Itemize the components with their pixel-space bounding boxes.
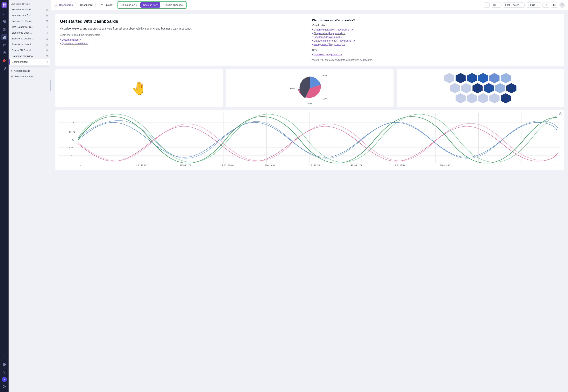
links-list: Documentation ↗ Dynatrace University ↗ xyxy=(60,38,307,45)
sidebar-item-grid-icon: ⊞ xyxy=(46,43,48,46)
visualization-links-list: Graph visualization (Playground) ↗ Singl… xyxy=(312,28,559,46)
viz-link-bar[interactable]: Categorical bar chart (Playground) ↗ xyxy=(314,39,355,42)
settings-nav-icon[interactable] xyxy=(1,50,7,56)
upload-button[interactable]: Upload xyxy=(98,2,115,8)
sidebar-item-getting-started[interactable]: Getting started ⊞ xyxy=(9,59,50,65)
sidebar-item-oracle[interactable]: Oracle DB Overvi... ⊞ xyxy=(9,47,50,53)
sidebar-item-salesforce-user[interactable]: Salesforce User A... ⊞ xyxy=(9,42,50,47)
svg-point-27 xyxy=(554,5,555,5)
wave-chart-svg: 1 0.5 0 -0.5 -1 12 PM Feb 3 xyxy=(58,113,561,167)
svg-text:-0.5: -0.5 xyxy=(66,146,74,149)
right-col: Want to see what's possible? Visualizati… xyxy=(312,19,559,61)
add-dashboard-button[interactable]: + Dashboard xyxy=(75,2,95,8)
save-as-new-button[interactable]: Save as new xyxy=(140,2,160,8)
settings-icon xyxy=(553,4,556,6)
pie-label-20-bot: 20% xyxy=(308,102,312,105)
chevrons-icon[interactable] xyxy=(1,353,7,360)
time-range-button[interactable]: Last 2 hours xyxy=(503,2,525,8)
pro-tip: Pro-tip: You can copy and paste tiles be… xyxy=(312,59,559,61)
sidebar-ready-made[interactable]: ⊞ Ready-made das... xyxy=(9,74,51,79)
svg-rect-11 xyxy=(4,38,5,39)
other-label: Other xyxy=(312,49,559,52)
hex-2-2 xyxy=(467,93,477,103)
sidebar-item-grid-icon: ⊞ xyxy=(46,55,48,58)
grid-nav-icon[interactable] xyxy=(1,19,7,25)
breadcrumb: Dashboards xyxy=(55,3,73,7)
help-button[interactable]: ? xyxy=(559,2,565,8)
svg-text:-1: -1 xyxy=(69,154,73,157)
sidebar-all-dashboards[interactable]: ≡ All dashboards xyxy=(9,68,51,74)
sidebar-item-salesforce-data[interactable]: Salesforce Data I... ⊞ xyxy=(9,30,50,36)
svg-rect-1 xyxy=(4,3,6,5)
sidebar-item-ibm[interactable]: IBM Datapower O... ⊞ xyxy=(9,24,50,30)
honeycomb-tile xyxy=(397,69,564,107)
monitor-nav-icon[interactable] xyxy=(1,65,7,71)
svg-rect-12 xyxy=(3,38,4,39)
sidebar-item-infra[interactable]: Infrastructure Ob... ⊞ xyxy=(9,13,50,18)
reload-button[interactable] xyxy=(542,2,549,8)
svg-text:→: → xyxy=(553,164,559,167)
sidebar-item-k8s-cluster[interactable]: Kubernetes Cluster ⊞ xyxy=(9,18,50,24)
read-only-button[interactable]: Read-only xyxy=(119,2,139,8)
svg-rect-17 xyxy=(55,4,56,5)
svg-rect-7 xyxy=(3,22,4,23)
alert-nav-icon[interactable] xyxy=(1,57,7,64)
two-col-layout: Get started with Dashboards Visualize, e… xyxy=(60,19,559,61)
discard-changes-button[interactable]: Discard changes xyxy=(161,2,185,8)
puzzle-nav-icon[interactable] xyxy=(1,42,7,48)
viz-link-honeycomb[interactable]: Honeycomb (Playground) ↗ xyxy=(314,43,345,46)
toolbar-group: Save your changes as a new dashboard Rea… xyxy=(118,1,187,9)
pie-label-20-right: 20% xyxy=(323,98,327,100)
svg-point-13 xyxy=(4,53,5,53)
dashboards-link[interactable]: Dashboards xyxy=(59,3,73,6)
sidebar-item-k8s-node[interactable]: Kubernetes Node ... ⊞ xyxy=(9,7,50,13)
svg-text:0.5: 0.5 xyxy=(69,131,75,133)
analytics-icon[interactable] xyxy=(1,369,7,375)
docs-link[interactable]: Documentation ↗ xyxy=(61,38,81,41)
reload-icon xyxy=(544,4,547,6)
eye-icon xyxy=(121,4,124,6)
layers-nav-icon[interactable] xyxy=(1,27,7,33)
hex-0-0 xyxy=(444,73,454,83)
hex-2-4 xyxy=(489,93,500,103)
sidebar-item-salesforce-overview[interactable]: Salesforce Overvi... ⊞ xyxy=(9,36,50,42)
chevron-down-icon xyxy=(497,4,499,6)
hex-0-3 xyxy=(478,73,488,83)
tiles-row: 🤚 xyxy=(55,69,564,107)
hex-0-4 xyxy=(489,73,500,83)
dashboard-nav-icon[interactable] xyxy=(1,34,7,41)
visualizations-label: Visualizations xyxy=(312,24,559,27)
viz-link-single[interactable]: Single value (Playground) ↗ xyxy=(314,32,345,35)
refresh-chevron-icon xyxy=(536,4,539,6)
topbar-right: + Last 2 hours Off ? xyxy=(484,2,565,8)
dashboards-icon xyxy=(55,3,58,7)
svg-rect-6 xyxy=(4,21,5,22)
main-area: Dashboards + Dashboard Upload Save your … xyxy=(51,0,568,392)
wave-emoji-tile: 🤚 xyxy=(55,69,223,107)
globe-icon[interactable] xyxy=(1,361,7,367)
refresh-button[interactable]: Off xyxy=(526,2,541,8)
search-nav-icon[interactable] xyxy=(1,11,7,17)
hex-1-3 xyxy=(484,83,494,93)
sidebar-item-grid-icon: ⊞ xyxy=(46,31,48,34)
user-icon[interactable]: J xyxy=(2,377,7,382)
variables-link[interactable]: Variables (Playground) ↗ xyxy=(314,53,342,56)
svg-text:←: ← xyxy=(79,164,84,167)
hex-2-1 xyxy=(456,93,466,103)
svg-text:12 PM: 12 PM xyxy=(135,164,148,167)
add-panel-button[interactable]: + xyxy=(484,2,490,8)
clock-icon[interactable] xyxy=(1,383,7,390)
pie-chart-svg xyxy=(294,73,325,104)
sidebar-item-database[interactable]: Database Overview ⊞ xyxy=(9,53,50,59)
logo[interactable] xyxy=(1,2,7,8)
view-options-button[interactable] xyxy=(491,2,501,8)
hex-row-2 xyxy=(444,93,516,103)
hex-1-4 xyxy=(495,83,505,93)
university-link[interactable]: Dynatrace University ↗ xyxy=(61,42,88,45)
sidebar-scrollbar[interactable] xyxy=(50,79,51,392)
settings-button[interactable] xyxy=(551,2,558,8)
viz-link-pie[interactable]: Pie/Donut (Playground) ↗ xyxy=(314,36,343,39)
viz-link-graph[interactable]: Graph visualization (Playground) ↗ xyxy=(314,28,353,31)
time-chevron-icon xyxy=(520,4,523,6)
view-icon xyxy=(493,4,496,6)
